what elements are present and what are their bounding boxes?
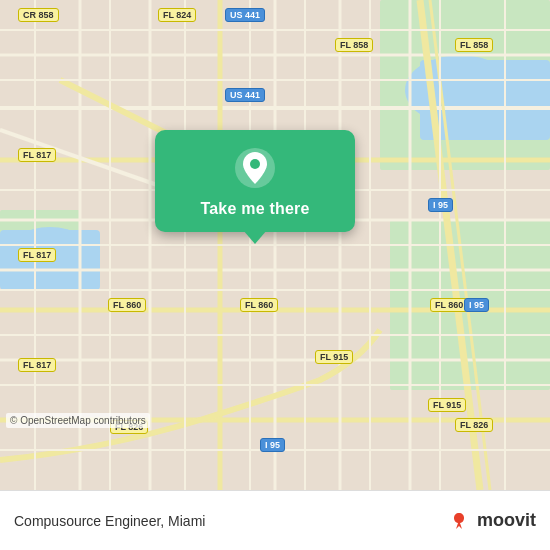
moovit-text: moovit bbox=[477, 510, 536, 531]
moovit-brand-icon bbox=[445, 507, 473, 535]
road-label-fl858-r: FL 858 bbox=[455, 38, 493, 52]
road-label-i95-right: I 95 bbox=[464, 298, 489, 312]
osm-attribution: © OpenStreetMap contributors bbox=[6, 413, 150, 428]
road-label-fl824: FL 824 bbox=[158, 8, 196, 22]
road-label-fl860-l: FL 860 bbox=[108, 298, 146, 312]
road-label-us441-mid: US 441 bbox=[225, 88, 265, 102]
take-me-there-button[interactable]: Take me there bbox=[200, 200, 309, 218]
map-container: CR 858 FL 817 FL 817 FL 817 FL 826 FL 85… bbox=[0, 0, 550, 490]
road-label-fl858-m: FL 858 bbox=[335, 38, 373, 52]
bottom-bar: Compusource Engineer, Miami moovit bbox=[0, 490, 550, 550]
svg-point-46 bbox=[250, 159, 260, 169]
road-label-i95-mid: I 95 bbox=[428, 198, 453, 212]
road-label-cr858: CR 858 bbox=[18, 8, 59, 22]
road-label-fl915-l: FL 915 bbox=[315, 350, 353, 364]
road-label-fl860-r: FL 860 bbox=[430, 298, 468, 312]
road-label-fl817-ml: FL 817 bbox=[18, 248, 56, 262]
map-popup[interactable]: Take me there bbox=[155, 130, 355, 232]
moovit-logo: moovit bbox=[445, 507, 536, 535]
location-pin-icon bbox=[233, 146, 277, 190]
road-label-fl817-b: FL 817 bbox=[18, 358, 56, 372]
location-name: Compusource Engineer, Miami bbox=[14, 513, 205, 529]
road-label-fl860-m: FL 860 bbox=[240, 298, 278, 312]
road-label-us441-top: US 441 bbox=[225, 8, 265, 22]
road-label-i95-bottom: I 95 bbox=[260, 438, 285, 452]
road-label-fl817-tl: FL 817 bbox=[18, 148, 56, 162]
road-label-fl915-r: FL 915 bbox=[428, 398, 466, 412]
road-label-fl826-r: FL 826 bbox=[455, 418, 493, 432]
